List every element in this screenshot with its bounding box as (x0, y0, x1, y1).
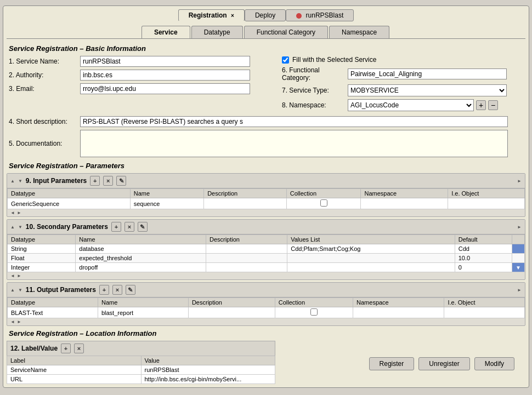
output-edit-button[interactable]: ✎ (126, 285, 135, 295)
location-left: 12. Label/Value + × Label Value ServiceN… (7, 341, 275, 384)
short-desc-input[interactable] (80, 116, 508, 127)
output-parameters-section: ▲ ▼ 11. Output Parameters + × ✎ ► Dataty… (7, 282, 525, 326)
input-parameters-header: ▲ ▼ 9. Input Parameters + × ✎ ► (7, 174, 525, 188)
table-row: GenericSequence sequence (8, 198, 525, 209)
location-table: Label Value ServiceName runRPSBlast URL … (7, 356, 275, 384)
col-name-3: Name (98, 298, 188, 307)
service-name-label: 1. Service Name: (9, 58, 80, 65)
input-edit-button[interactable]: ✎ (116, 176, 126, 186)
short-desc-label: 4. Short description: (9, 118, 80, 125)
sub-tab-namespace-label: Namespace (342, 28, 377, 36)
cell-values-s1: Cdd;Pfam;Smart;Cog;Kog (287, 244, 455, 254)
sub-tab-service[interactable]: Service (142, 26, 190, 38)
tri-left-3: ◄ (10, 319, 15, 324)
service-type-row: 7. Service Type: MOBYSERVICE (282, 84, 523, 96)
cell-ie-object-o1 (444, 307, 525, 318)
sub-tab-namespace[interactable]: Namespace (329, 26, 389, 38)
col-label: Label (7, 356, 142, 365)
tab-runrpsblast-label: runRPSBlast (306, 12, 344, 19)
col-datatype-3: Datatype (8, 298, 98, 307)
output-add-button[interactable]: + (99, 285, 109, 295)
collection-checkbox[interactable] (320, 199, 327, 207)
service-type-select[interactable]: MOBYSERVICE (348, 84, 507, 96)
location-header-row: 12. Label/Value + × (7, 341, 275, 356)
cell-desc-s3 (206, 263, 287, 272)
functional-category-input[interactable] (348, 68, 507, 79)
functional-category-label: 6. Functional Category: (282, 66, 348, 82)
email-input[interactable] (80, 83, 250, 94)
sub-tab-datatype[interactable]: Datatype (191, 26, 243, 38)
sub-tab-datatype-label: Datatype (204, 28, 230, 36)
col-description: Description (204, 189, 287, 198)
red-dot-icon (296, 13, 302, 19)
register-button[interactable]: Register (369, 357, 415, 370)
table-row: ServiceName runRPSBlast (7, 365, 275, 375)
input-add-button[interactable]: + (90, 176, 100, 186)
documentation-textarea[interactable] (80, 130, 508, 157)
col-description-3: Description (188, 298, 275, 307)
input-parameters-table: Datatype Name Description Collection Nam… (7, 188, 525, 209)
output-remove-button[interactable]: × (112, 285, 122, 295)
secondary-parameters-header: ▲ ▼ 10. Secondary Parameters + × ✎ ► (7, 220, 525, 234)
cell-name: sequence (130, 198, 203, 209)
email-row: 3. Email: (9, 83, 278, 94)
input-parameters-section: ▲ ▼ 9. Input Parameters + × ✎ ► Datatype… (7, 173, 525, 217)
sub-tab-functional-label: Functional Category (257, 28, 315, 36)
cell-collection[interactable] (286, 198, 361, 209)
tri-up: ▲ (10, 225, 15, 230)
cell-value-1: runRPSBlast (141, 365, 275, 375)
authority-input[interactable] (80, 70, 250, 81)
cell-ie-object (448, 198, 525, 209)
top-tabs-bar: Registration × Deploy runRPSBlast (7, 9, 525, 21)
cell-datatype: GenericSequence (8, 198, 131, 209)
cell-datatype-o1: BLAST-Text (8, 307, 98, 318)
secondary-remove-button[interactable]: × (124, 222, 134, 232)
sub-tab-functional-category[interactable]: Functional Category (244, 26, 328, 38)
output-collection-checkbox[interactable] (310, 308, 318, 316)
service-name-input[interactable] (80, 56, 250, 67)
secondary-add-button[interactable]: + (111, 222, 121, 232)
location-add-button[interactable]: + (61, 344, 71, 353)
namespace-add-button[interactable]: + (476, 100, 486, 110)
cell-label-2: URL (7, 375, 142, 384)
cell-scroll-s1[interactable] (512, 244, 525, 254)
tab-deploy[interactable]: Deploy (245, 9, 286, 21)
namespace-remove-button[interactable]: − (488, 100, 498, 110)
cell-label-1: ServiceName (7, 365, 142, 375)
documentation-row: 5. Documentation: (7, 130, 525, 157)
col-datatype-2: Datatype (8, 235, 76, 244)
close-icon[interactable]: × (231, 13, 234, 19)
cell-scroll-s3[interactable]: ▼ (512, 263, 525, 272)
table-row: String database Cdd;Pfam;Smart;Cog;Kog C… (8, 244, 525, 254)
cell-datatype-s3: Integer (8, 263, 76, 272)
col-ie-object-3: I.e. Object (444, 298, 525, 307)
col-value: Value (141, 356, 275, 365)
short-desc-row: 4. Short description: (7, 116, 525, 127)
namespace-select[interactable]: AGI_LocusCode (348, 99, 474, 111)
location-remove-button[interactable]: × (74, 344, 84, 353)
triangle-icon: ▲ (10, 179, 15, 184)
cell-collection-o1[interactable] (275, 307, 353, 318)
modify-button[interactable]: Modify (474, 357, 514, 370)
input-remove-button[interactable]: × (103, 176, 113, 186)
col-name-2: Name (76, 235, 206, 244)
tab-registration-label: Registration (189, 12, 227, 19)
scroll-indicator-2: ◄ ► (7, 272, 525, 279)
triangle-icon-2: ▼ (18, 179, 22, 184)
col-scroll (512, 235, 525, 244)
table-row: Integer dropoff 0 ▼ (8, 263, 525, 272)
parameters-header: Service Registration – Parameters (9, 162, 525, 170)
functional-category-row: 6. Functional Category: (282, 66, 523, 82)
sub-tabs-bar: Service Datatype Functional Category Nam… (7, 26, 525, 39)
unregister-button[interactable]: Unregister (418, 357, 469, 370)
tab-registration[interactable]: Registration × (178, 9, 245, 21)
secondary-edit-button[interactable]: ✎ (138, 222, 148, 232)
authority-row: 2. Authority: (9, 70, 278, 81)
secondary-parameters-section: ▲ ▼ 10. Secondary Parameters + × ✎ ► Dat… (7, 219, 525, 280)
fill-checkbox[interactable] (282, 56, 289, 64)
output-parameters-table: Datatype Name Description Collection Nam… (7, 297, 525, 318)
cell-desc-s1 (206, 244, 287, 254)
tri-down: ▼ (18, 225, 22, 230)
tab-runrpsblast[interactable]: runRPSBlast (286, 9, 354, 21)
cell-value-2: http://inb.bsc.es/cgi-bin/mobyServi... (141, 375, 275, 384)
